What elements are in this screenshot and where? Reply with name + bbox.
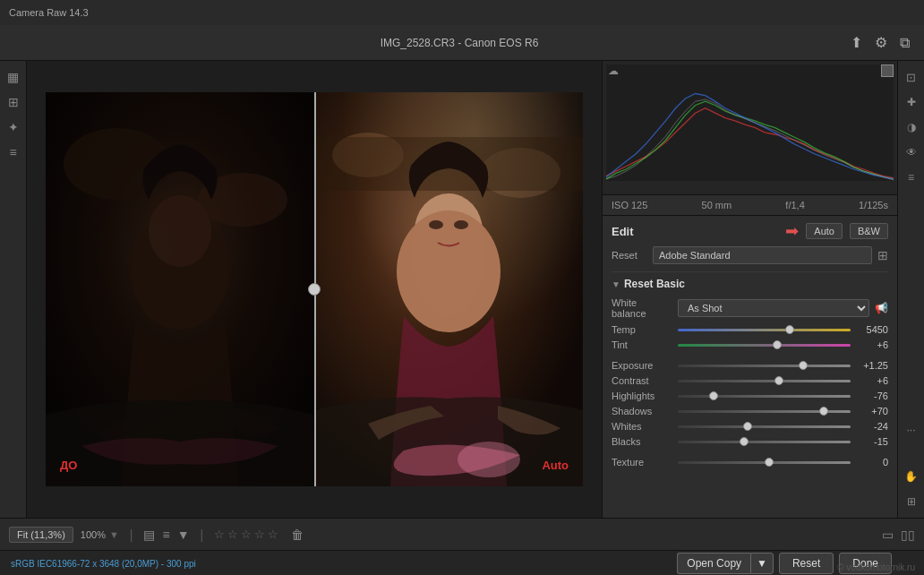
temp-track[interactable] [678, 329, 851, 331]
right-sidebar: ⊡ ✚ ◑ 👁 ≡ ··· ✋ ⊞ [897, 61, 924, 518]
whites-track[interactable] [678, 425, 851, 428]
aperture-value: f/1,4 [785, 200, 804, 210]
auto-button[interactable]: Auto [806, 223, 843, 239]
whites-thumb[interactable] [743, 422, 752, 431]
white-balance-row: White balance As Shot 📢 [612, 297, 888, 319]
tint-thumb[interactable] [773, 340, 782, 349]
temp-thumb[interactable] [785, 325, 794, 334]
file-title: IMG_2528.CR3 - Canon EOS R6 [381, 37, 539, 49]
zoom-control: 100% ▼ [81, 529, 119, 540]
title-bar: Camera Raw 14.3 [0, 0, 924, 25]
settings-icon[interactable]: ⚙ [875, 34, 887, 51]
canvas-area: ДО [27, 61, 602, 518]
rating-stars: ☆ ☆ ☆ ☆ ☆ [214, 528, 278, 541]
highlights-track[interactable] [678, 395, 851, 398]
shadows-label: Shadows [612, 406, 672, 416]
separator1: | [130, 528, 133, 542]
hand-icon[interactable]: ✋ [901, 466, 922, 487]
after-label: Auto [542, 459, 569, 472]
preset-row: Reset Adobe Standard ⊞ [612, 246, 888, 264]
grid-view-icon[interactable]: ⊞ [901, 491, 922, 512]
focal-value: 50 mm [702, 200, 732, 210]
whites-label: Whites [612, 421, 672, 432]
histogram-corner-icon [881, 64, 894, 77]
svg-point-13 [454, 220, 468, 229]
delete-icon[interactable]: 🗑 [291, 528, 304, 542]
fit-button[interactable]: Fit (11,3%) [9, 527, 73, 543]
star-2[interactable]: ☆ [227, 528, 238, 541]
open-copy-button[interactable]: Open Copy [677, 553, 750, 574]
filmstrip-icon[interactable]: ▤ [143, 528, 155, 542]
color-profile-link[interactable]: sRGB IEC61966-72 x 3648 (20,0MP) - 300 p… [11, 559, 196, 569]
exposure-track[interactable] [678, 365, 851, 367]
eyedropper-icon[interactable]: 📢 [875, 302, 888, 314]
histogram-chart [606, 64, 894, 181]
open-copy-arrow[interactable]: ▼ [750, 553, 774, 574]
blacks-label: Blacks [612, 436, 672, 447]
texture-thumb[interactable] [765, 458, 774, 467]
basic-chevron-icon[interactable]: ▼ [612, 279, 620, 289]
blacks-thumb[interactable] [740, 437, 749, 446]
crop-tool[interactable]: ⊞ [3, 91, 24, 113]
mask-icon[interactable]: ◑ [901, 116, 922, 138]
heal-tool[interactable]: ✦ [3, 116, 24, 138]
shadows-thumb[interactable] [819, 407, 828, 416]
histogram-icon[interactable]: ▦ [3, 66, 24, 88]
before-label: ДО [60, 459, 77, 472]
crop-icon[interactable]: ⊡ [901, 66, 922, 88]
temp-label: Temp [612, 324, 672, 335]
eye-icon[interactable]: 👁 [901, 142, 922, 163]
tint-slider-row: Tint +6 [612, 339, 888, 350]
upload-icon[interactable]: ⬆ [851, 34, 862, 51]
list-icon[interactable]: ≡ [162, 528, 169, 542]
exposure-value: +1.25 [856, 360, 888, 371]
preset-select[interactable]: Adobe Standard [653, 246, 872, 264]
highlights-thumb[interactable] [709, 391, 718, 400]
contrast-thumb[interactable] [774, 376, 783, 385]
right-panel: ☁ ISO 125 50 mm f/1,4 1/125s [602, 61, 897, 518]
layers-icon[interactable]: ≡ [901, 167, 922, 188]
grid-icon[interactable]: ⊞ [877, 248, 888, 262]
blacks-slider-row: Blacks -15 [612, 436, 888, 447]
zoom-value: 100% [81, 529, 106, 540]
star-4[interactable]: ☆ [254, 528, 265, 541]
blacks-track[interactable] [678, 441, 851, 443]
wb-select[interactable]: As Shot [678, 299, 869, 317]
more-icon[interactable]: ··· [901, 419, 922, 441]
wb-label: White balance [612, 297, 672, 319]
filter-icon[interactable]: ▼ [177, 528, 190, 542]
star-3[interactable]: ☆ [241, 528, 252, 541]
contrast-track[interactable] [678, 380, 851, 382]
contrast-label: Contrast [612, 375, 672, 386]
separator2: | [201, 528, 204, 542]
star-5[interactable]: ☆ [268, 528, 278, 541]
copyright-text: © vodkomotornik.ru [837, 562, 915, 572]
photo-container: ДО [46, 92, 583, 486]
zoom-chevron[interactable]: ▼ [109, 529, 119, 540]
filter-icon[interactable]: ≡ [3, 142, 24, 163]
tint-label: Tint [612, 339, 672, 350]
expand-icon[interactable]: ⧉ [900, 35, 910, 51]
shutter-value: 1/125s [859, 200, 888, 210]
exposure-thumb[interactable] [799, 361, 808, 370]
bw-button[interactable]: B&W [850, 223, 888, 239]
texture-track[interactable] [678, 461, 851, 464]
view-single-icon[interactable]: ▭ [882, 528, 894, 542]
edit-title: Edit [612, 225, 634, 238]
star-1[interactable]: ☆ [214, 528, 225, 541]
camera-info: ISO 125 50 mm f/1,4 1/125s [603, 195, 897, 216]
tint-track[interactable] [678, 344, 851, 347]
basic-section-title: Reset Basic [624, 278, 685, 290]
tint-value: +6 [856, 339, 888, 350]
reset-button[interactable]: Reset [779, 553, 834, 574]
basic-section-row: ▼ Reset Basic [612, 271, 888, 290]
shadows-track[interactable] [678, 410, 851, 413]
texture-value: 0 [856, 457, 888, 468]
svg-point-14 [458, 442, 520, 477]
divider-handle[interactable] [308, 283, 321, 296]
footer-bar: Fit (11,3%) 100% ▼ | ▤ ≡ ▼ | ☆ ☆ ☆ ☆ ☆ 🗑… [0, 518, 924, 550]
svg-point-11 [397, 210, 500, 332]
heal-icon[interactable]: ✚ [901, 91, 922, 113]
view-split-icon[interactable]: ▯▯ [901, 528, 915, 542]
shadows-value: +70 [856, 406, 888, 416]
